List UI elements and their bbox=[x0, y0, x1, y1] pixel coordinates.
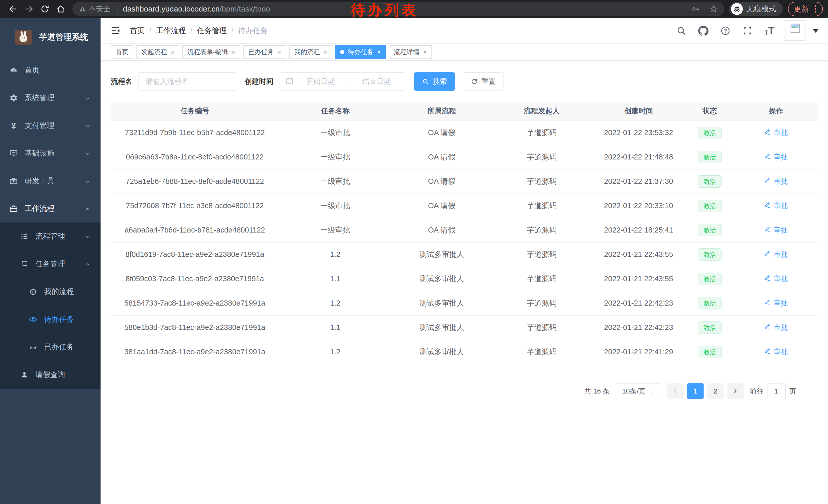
create-time-cell: 2022-01-22 21:48:48 bbox=[592, 145, 686, 169]
breadcrumb-item[interactable]: 首页 bbox=[130, 26, 145, 36]
task-id-cell: 75d72608-7b7f-11ec-a3c8-acde48001122 bbox=[111, 193, 279, 218]
process-name-input[interactable] bbox=[138, 72, 236, 91]
column-header: 任务名称 bbox=[279, 101, 392, 121]
tab-流程详情[interactable]: 流程详情 × bbox=[389, 45, 432, 59]
status-badge: 激活 bbox=[698, 151, 721, 163]
sidebar-item-system[interactable]: 系统管理 bbox=[0, 84, 100, 112]
approve-link[interactable]: 审批 bbox=[764, 347, 788, 357]
page-1-button[interactable]: 1 bbox=[687, 383, 704, 399]
goto-page-input[interactable] bbox=[767, 383, 786, 399]
page-size-value: 10条/页 bbox=[622, 386, 646, 396]
task-name-cell: 一级审批 bbox=[279, 121, 392, 145]
fullscreen-icon[interactable] bbox=[742, 26, 753, 36]
close-icon[interactable]: × bbox=[324, 49, 327, 55]
tab-待办任务[interactable]: 待办任务 × bbox=[335, 45, 386, 59]
tab-发起流程[interactable]: 发起流程 × bbox=[136, 45, 179, 59]
sidebar-menu: 首页 系统管理 ¥ 支付管理 基础设施 研发工具 工作流程 流程管理 任务管理 … bbox=[0, 56, 100, 388]
create-time-cell: 2022-01-22 18:25:41 bbox=[592, 218, 686, 242]
sidebar-item-leave-query[interactable]: 请假查询 bbox=[0, 361, 100, 388]
search-button[interactable]: 搜索 bbox=[414, 72, 455, 91]
edit-icon bbox=[764, 250, 771, 259]
date-range-picker[interactable]: 开始日期 - 结束日期 bbox=[280, 72, 405, 91]
next-page-button[interactable]: › bbox=[727, 383, 744, 399]
github-icon[interactable] bbox=[698, 26, 708, 36]
pagination-total: 共 16 条 bbox=[584, 386, 610, 396]
yen-icon: ¥ bbox=[9, 121, 18, 130]
task-id-cell: 580e1b3d-7ac8-11ec-a9e2-a2380e71991a bbox=[111, 315, 279, 340]
tab-首页[interactable]: 首页 bbox=[111, 45, 133, 59]
password-key-icon[interactable] bbox=[691, 4, 700, 13]
bookmark-star-icon[interactable] bbox=[709, 4, 718, 13]
browser-back-button[interactable] bbox=[7, 3, 19, 15]
approve-link[interactable]: 审批 bbox=[764, 299, 788, 308]
chevron-down-icon bbox=[85, 150, 91, 156]
page-2-button[interactable]: 2 bbox=[707, 383, 723, 399]
sidebar-item-workflow[interactable]: 工作流程 bbox=[0, 195, 100, 223]
approve-link[interactable]: 审批 bbox=[764, 201, 788, 211]
sidebar-item-devtools[interactable]: 研发工具 bbox=[0, 167, 100, 195]
process-cell: OA 请假 bbox=[392, 218, 492, 242]
app-logo[interactable]: 芋道管理系统 bbox=[0, 18, 100, 56]
task-id-cell: 73211d9d-7b9b-11ec-b5b7-acde48001122 bbox=[111, 121, 279, 145]
sidebar-item-infra[interactable]: 基础设施 bbox=[0, 139, 100, 167]
breadcrumb-item[interactable]: 任务管理 bbox=[197, 26, 227, 36]
status-badge: 激活 bbox=[698, 200, 721, 212]
close-icon[interactable]: × bbox=[423, 49, 427, 55]
approve-label: 审批 bbox=[774, 201, 788, 211]
start-date-placeholder[interactable]: 开始日期 bbox=[298, 77, 343, 86]
approve-link[interactable]: 审批 bbox=[764, 323, 788, 332]
approve-link[interactable]: 审批 bbox=[764, 250, 788, 260]
table-row: 75d72608-7b7f-11ec-a3c8-acde48001122 一级审… bbox=[111, 193, 818, 218]
sidebar-item-home[interactable]: 首页 bbox=[0, 56, 100, 84]
approve-link[interactable]: 审批 bbox=[764, 152, 788, 162]
browser-update-button[interactable]: 更新 bbox=[788, 2, 823, 16]
approve-link[interactable]: 审批 bbox=[764, 177, 788, 186]
process-cell: 测试多审批人 bbox=[392, 267, 492, 291]
sidebar-item-done-task[interactable]: 已办任务 bbox=[0, 333, 100, 361]
toolbox-icon bbox=[9, 177, 18, 185]
sidebar-item-task-mgmt[interactable]: 任务管理 bbox=[0, 250, 100, 278]
caret-down-icon[interactable] bbox=[813, 29, 819, 33]
search-icon[interactable] bbox=[676, 26, 687, 36]
task-id-cell: a6aba0a4-7b6d-11ec-b781-acde48001122 bbox=[111, 218, 279, 242]
browser-menu-icon[interactable] bbox=[814, 5, 817, 13]
security-label[interactable]: 不安全 bbox=[89, 4, 110, 14]
tab-已办任务[interactable]: 已办任务 × bbox=[243, 45, 286, 59]
menu-fold-icon[interactable] bbox=[110, 25, 121, 36]
sidebar-item-payment[interactable]: ¥ 支付管理 bbox=[0, 112, 100, 139]
chevron-down-icon bbox=[85, 123, 91, 129]
tab-我的流程[interactable]: 我的流程 × bbox=[289, 45, 332, 59]
sidebar-item-process-mgmt[interactable]: 流程管理 bbox=[0, 223, 100, 250]
tab-流程表单-编辑[interactable]: 流程表单-编辑 × bbox=[182, 45, 240, 59]
reset-button[interactable]: 重置 bbox=[463, 72, 504, 91]
eye-icon bbox=[29, 315, 37, 324]
browser-reload-button[interactable] bbox=[39, 3, 51, 15]
close-icon[interactable]: × bbox=[377, 49, 381, 55]
approve-link[interactable]: 审批 bbox=[764, 128, 788, 138]
approve-link[interactable]: 审批 bbox=[764, 274, 788, 284]
starter-cell: 芋道源码 bbox=[492, 218, 592, 242]
process-cell: OA 请假 bbox=[392, 169, 492, 193]
sidebar-item-todo-task[interactable]: 待办任务 bbox=[0, 306, 100, 333]
help-icon[interactable]: ? bbox=[720, 26, 731, 36]
approve-link[interactable]: 审批 bbox=[764, 225, 788, 235]
task-name-cell: 1.1 bbox=[279, 315, 392, 340]
browser-home-button[interactable] bbox=[55, 3, 67, 15]
prev-page-button[interactable]: ‹ bbox=[667, 383, 684, 399]
close-icon[interactable]: × bbox=[232, 49, 236, 55]
font-size-icon[interactable]: TT bbox=[764, 26, 775, 36]
sidebar-item-my-process[interactable]: 我的流程 bbox=[0, 278, 100, 306]
starter-cell: 芋道源码 bbox=[492, 315, 592, 340]
browser-forward-button[interactable] bbox=[23, 3, 35, 15]
page-annotation-title: 待办列表 bbox=[351, 1, 419, 20]
process-cell: 测试多审批人 bbox=[392, 315, 492, 340]
robot-icon bbox=[29, 287, 37, 296]
end-date-placeholder[interactable]: 结束日期 bbox=[354, 77, 399, 86]
breadcrumb-item[interactable]: 工作流程 bbox=[156, 26, 186, 36]
page-size-select[interactable]: 10条/页 bbox=[616, 383, 661, 399]
close-icon[interactable]: × bbox=[278, 49, 281, 55]
avatar[interactable] bbox=[785, 20, 805, 41]
edit-icon bbox=[764, 299, 771, 308]
close-icon[interactable]: × bbox=[171, 49, 174, 55]
chevron-up-icon bbox=[85, 205, 91, 212]
